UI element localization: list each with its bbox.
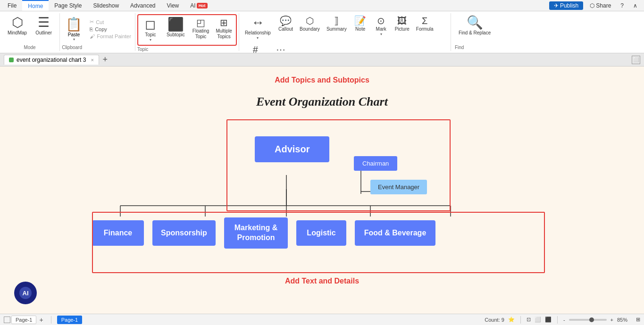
tab-close-button[interactable]: × xyxy=(91,57,93,63)
zoom-thumb xyxy=(589,317,594,322)
topic-icon: ◻ xyxy=(145,18,156,31)
outliner-icon: ☰ xyxy=(38,16,50,29)
cut-button[interactable]: ✂ Cut xyxy=(88,18,133,25)
find-icon: 🔍 xyxy=(467,16,483,29)
tab-home[interactable]: Home xyxy=(22,0,49,11)
document-tab[interactable]: event organizational chart 3 × xyxy=(4,55,99,65)
tab-bar: event organizational chart 3 × + ⬜ xyxy=(0,53,644,67)
count-label: Count: 9 xyxy=(485,317,504,323)
find-replace-button[interactable]: 🔍 Find & Replace xyxy=(455,14,494,38)
subtopic-icon: ⬛ xyxy=(167,18,184,31)
marketing-node[interactable]: Marketing &Promotion xyxy=(224,217,288,249)
clipboard-group-label: Clipboard xyxy=(62,44,82,50)
outliner-button[interactable]: ☰ Outliner xyxy=(32,14,56,44)
mark-button[interactable]: ⊙ Mark ▾ xyxy=(371,14,391,38)
topic-button[interactable]: ◻ Topic ▾ xyxy=(139,16,162,44)
finance-node[interactable]: Finance xyxy=(92,220,144,246)
star-icon: ⭐ xyxy=(508,317,515,323)
zoom-in-button[interactable]: + xyxy=(611,317,613,323)
topic-group-label: Topic xyxy=(137,46,237,52)
paste-icon: 📋 xyxy=(66,17,82,32)
chart-title: Event Organization Chart xyxy=(256,95,388,109)
tab-label: event organizational chart 3 xyxy=(17,57,86,63)
cut-icon: ✂ xyxy=(90,19,94,25)
page-1-tab[interactable]: Page-1 xyxy=(11,316,36,324)
boundary-icon: ⬡ xyxy=(306,16,314,25)
note-button[interactable]: 📝 Note xyxy=(351,14,370,34)
tab-file[interactable]: File xyxy=(2,0,22,11)
topic-chevron: ▾ xyxy=(150,38,151,42)
status-bar: Page-1 + Page-1 Count: 9 ⭐ ⊡ ⬜ ⬛ - + 85%… xyxy=(0,314,644,325)
summary-button[interactable]: ⟧ Summary xyxy=(324,14,350,34)
numbering-icon: # xyxy=(253,45,258,54)
find-group-label: Find xyxy=(455,44,494,50)
copy-icon: ⎘ xyxy=(90,26,93,32)
topic-group: ◻ Topic ▾ ⬛ Subtopic ◰ FloatingTopic ⊞ M… xyxy=(135,13,239,51)
relationship-chevron: ▾ xyxy=(257,36,259,40)
chairman-node[interactable]: Chairman xyxy=(354,156,397,171)
floating-topic-button[interactable]: ◰ FloatingTopic xyxy=(190,16,212,42)
hot-badge: Hot xyxy=(197,3,208,8)
logistic-node[interactable]: Logistic xyxy=(296,220,346,246)
ai-bubble-button[interactable]: AI xyxy=(14,282,37,304)
boundary-button[interactable]: ⬡ Boundary xyxy=(297,14,323,34)
tab-slideshow[interactable]: Slideshow xyxy=(87,0,125,11)
mark-chevron: ▾ xyxy=(380,32,382,36)
tab-view[interactable]: View xyxy=(161,0,184,11)
add-tab-button[interactable]: + xyxy=(100,55,110,65)
publish-button[interactable]: ✈ Publish xyxy=(549,1,584,10)
relationship-button[interactable]: ↔ Relationship ▾ xyxy=(241,14,275,42)
advisor-node[interactable]: Advisor xyxy=(255,136,329,162)
food-beverage-node[interactable]: Food & Beverage xyxy=(355,220,436,246)
main-canvas: Add Topics and Subtopics Event Organizat… xyxy=(0,67,644,314)
page-icon[interactable] xyxy=(4,317,10,323)
picture-button[interactable]: 🖼 Picture xyxy=(392,14,412,34)
fit-all-icon[interactable]: ⊞ xyxy=(636,317,640,323)
actual-size-icon[interactable]: ⬜ xyxy=(535,317,541,323)
note-icon: 📝 xyxy=(354,16,366,25)
zoom-out-button[interactable]: - xyxy=(563,317,565,323)
mindmap-icon: ⬡ xyxy=(12,16,23,29)
svg-text:AI: AI xyxy=(23,290,29,297)
fit-icon[interactable]: ⊡ xyxy=(527,317,531,323)
formula-button[interactable]: Σ Formula xyxy=(413,14,436,34)
doc-icon xyxy=(9,58,14,62)
clipboard-group: 📋 Paste ▾ ✂ Cut ⎘ Copy 🖌 Format P xyxy=(60,13,135,51)
instruction-top: Add Topics and Subtopics xyxy=(275,76,369,84)
tab-page-style[interactable]: Page Style xyxy=(49,0,87,11)
more-icon: ⋯ xyxy=(276,45,285,54)
multiple-topics-button[interactable]: ⊞ MultipleTopics xyxy=(213,16,234,42)
mode-group: ⬡ MindMap ☰ Outliner Mode xyxy=(0,13,60,51)
find-group: 🔍 Find & Replace Find xyxy=(451,13,498,51)
publish-icon: ✈ xyxy=(554,2,559,9)
paste-button[interactable]: 📋 Paste ▾ xyxy=(62,15,86,43)
callout-button[interactable]: 💬 Callout xyxy=(276,14,296,34)
collapse-button[interactable]: ∧ xyxy=(630,1,640,10)
callout-icon: 💬 xyxy=(280,16,292,25)
share-button[interactable]: ⬡ Share xyxy=(587,1,614,10)
format-painter-icon: 🖌 xyxy=(90,33,95,39)
active-page-tab[interactable]: Page-1 xyxy=(57,316,82,324)
mode-group-label: Mode xyxy=(24,44,36,50)
add-page-button[interactable]: + xyxy=(37,316,45,324)
summary-icon: ⟧ xyxy=(334,16,339,25)
help-button[interactable]: ? xyxy=(618,1,627,10)
picture-icon: 🖼 xyxy=(397,16,407,25)
floating-topic-icon: ◰ xyxy=(196,18,205,27)
event-manager-node[interactable]: Event Manager xyxy=(370,180,427,194)
window-controls[interactable]: ⬜ xyxy=(632,56,640,64)
zoom-level: 85% xyxy=(617,317,632,323)
tab-ai[interactable]: AI Hot xyxy=(184,0,213,11)
fullscreen-icon[interactable]: ⬛ xyxy=(545,317,552,323)
format-painter-button[interactable]: 🖌 Format Painter xyxy=(88,33,133,40)
red-box-top xyxy=(226,119,451,211)
mark-icon: ⊙ xyxy=(377,16,385,25)
copy-button[interactable]: ⎘ Copy xyxy=(88,26,133,33)
mindmap-button[interactable]: ⬡ MindMap xyxy=(4,14,31,44)
paste-chevron: ▾ xyxy=(73,37,75,42)
relationship-icon: ↔ xyxy=(251,16,264,29)
zoom-slider[interactable] xyxy=(569,319,607,321)
tab-advanced[interactable]: Advanced xyxy=(125,0,161,11)
subtopic-button[interactable]: ⬛ Subtopic xyxy=(163,16,189,40)
sponsorship-node[interactable]: Sponsorship xyxy=(152,220,216,246)
